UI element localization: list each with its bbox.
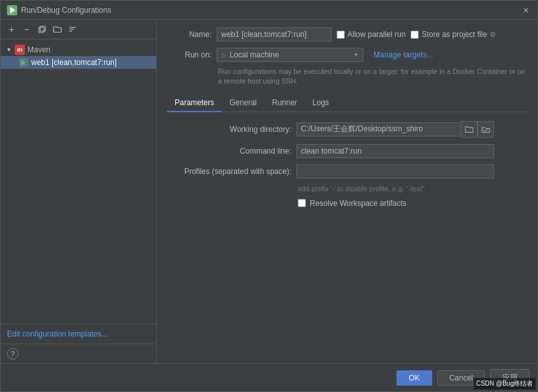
resolve-workspace-checkbox[interactable] [298,199,306,207]
sidebar-tree: ▼ m Maven web1 [clean,tomcat7:run] [1,40,156,324]
store-as-project-label: Store as project file [421,30,487,39]
maven-icon: m [15,45,25,55]
ok-button[interactable]: OK [396,370,432,386]
title-bar: Run/Debug Configurations × [1,1,537,20]
maven-group-label: Maven [27,45,50,54]
watermark: CSDN @Bug终结者 [474,378,535,389]
profiles-hint: add prefix '-' to disable profile, e.g. … [298,185,527,192]
manage-targets-link[interactable]: Manage targets... [374,50,433,59]
sort-button[interactable] [66,22,80,36]
sidebar: + − [1,20,157,363]
tab-general[interactable]: General [222,94,265,112]
config-item-label: web1 [clean,tomcat7:run] [31,58,117,67]
remove-config-button[interactable]: − [20,22,34,36]
name-label: Name: [167,30,212,39]
right-panel: Name: Allow parallel run Store as projec… [157,20,537,363]
dialog-footer: OK Cancel 应用 [1,363,537,391]
move-to-folder-button[interactable] [50,22,64,36]
name-input[interactable] [217,27,331,41]
sidebar-footer: ? [1,344,156,363]
allow-parallel-container: Allow parallel run [337,30,405,39]
tab-runner[interactable]: Runner [265,94,305,112]
profiles-label: Profiles (separated with space): [167,167,291,176]
working-directory-input[interactable] [296,122,461,136]
working-directory-label: Working directory: [167,125,291,134]
resolve-workspace-label: Resolve Workspace artifacts [310,199,407,208]
parameters-content: Working directory: [167,121,527,214]
edit-templates-link[interactable]: Edit configuration templates... [7,330,108,338]
allow-parallel-checkbox[interactable] [337,31,345,39]
run-debug-dialog: Run/Debug Configurations × + − [0,0,538,392]
run-on-select[interactable]: ⌂ Local machine ▼ [217,48,363,62]
command-line-input[interactable] [296,144,494,158]
run-on-row: Run on: ⌂ Local machine ▼ Manage targets… [167,48,527,62]
tab-logs[interactable]: Logs [305,94,337,112]
run-on-description: Run configurations may be executed local… [218,67,527,87]
config-item[interactable]: web1 [clean,tomcat7:run] [1,56,156,69]
expand-arrow: ▼ [6,47,12,53]
dialog-title: Run/Debug Configurations [21,6,111,15]
allow-parallel-label: Allow parallel run [347,30,405,39]
resolve-workspace-row: Resolve Workspace artifacts [298,199,527,208]
copy-config-button[interactable] [35,22,49,36]
tab-parameters[interactable]: Parameters [167,94,222,112]
run-debug-icon [7,5,17,15]
run-on-label: Run on: [167,50,212,59]
working-directory-field-group [296,121,494,138]
command-line-row: Command line: [167,144,527,158]
profiles-input[interactable] [296,164,494,178]
command-line-label: Command line: [167,147,291,156]
dropdown-arrow-icon: ▼ [353,52,359,58]
working-directory-row: Working directory: [167,121,527,138]
name-row: Name: Allow parallel run Store as projec… [167,27,527,41]
add-config-button[interactable]: + [4,22,18,36]
run-on-value: Local machine [229,50,279,59]
title-bar-left: Run/Debug Configurations [7,5,111,15]
maven-group-header[interactable]: ▼ m Maven [1,43,156,56]
settings-gear-icon: ⚙ [490,31,496,39]
help-button[interactable]: ? [7,348,18,359]
open-folder-icon-button[interactable] [477,121,494,138]
sidebar-toolbar: + − [1,20,156,40]
close-button[interactable]: × [521,5,531,15]
run-config-icon [18,57,29,68]
maven-group: ▼ m Maven web1 [clean,tomcat7:run] [1,42,156,70]
svg-rect-3 [40,26,45,31]
store-as-project-container: Store as project file ⚙ [411,30,496,39]
local-machine-icon: ⌂ [221,50,226,59]
browse-folder-icon-button[interactable] [461,121,477,138]
svg-rect-2 [39,27,44,33]
sidebar-bottom: Edit configuration templates... [1,324,156,344]
store-as-project-checkbox[interactable] [411,31,419,39]
tabs-bar: Parameters General Runner Logs [167,94,527,112]
main-content: + − [1,20,537,363]
profiles-row: Profiles (separated with space): [167,164,527,178]
